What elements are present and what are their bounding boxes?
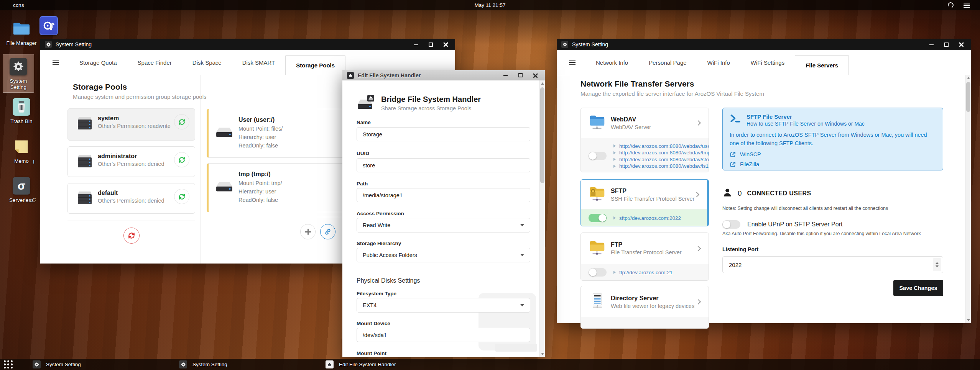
tab-wifi-settings[interactable]: WiFi Settings <box>740 50 795 75</box>
add-fsh-button[interactable] <box>300 224 316 239</box>
filesystem-type-select[interactable]: EXT4 <box>357 298 530 313</box>
webdav-link[interactable]: http://dev.arozos.com:8080/webdav/tmp <box>619 150 709 156</box>
listening-port-label: Listening Port <box>722 246 943 252</box>
close-button[interactable] <box>443 42 448 47</box>
desktop-icon-system-setting[interactable]: System Setting <box>3 54 34 93</box>
reload-pools-button[interactable] <box>123 228 140 244</box>
server-rack-icon <box>76 154 94 170</box>
upnp-label: Enable UPnP on SFTP Server Port <box>747 221 842 228</box>
access-permission-select[interactable]: Read Write <box>357 218 530 232</box>
maximize-button[interactable] <box>428 42 433 47</box>
triangle-bullet-icon <box>613 165 616 168</box>
plus-icon <box>305 229 311 235</box>
uuid-input[interactable] <box>357 158 530 172</box>
desktop-icon-trash-bin[interactable]: Trash Bin <box>3 98 40 124</box>
task-system-setting-1[interactable]: System Setting <box>33 360 159 368</box>
triangle-bullet-icon <box>613 271 616 274</box>
pool-card-administrator[interactable]: administrator Other's Permission: denied <box>67 146 195 177</box>
scroll-down-arrow[interactable] <box>539 351 545 357</box>
save-changes-button[interactable]: Save Changes <box>893 280 943 296</box>
gear-icon <box>561 41 568 48</box>
page-title: Network File Transfer Servers <box>580 79 764 88</box>
tab-storage-quota[interactable]: Storage Quota <box>69 50 127 75</box>
minimize-button[interactable] <box>503 73 508 78</box>
webdav-link[interactable]: http://dev.arozos.com:8080/webdav/is1 <box>619 163 709 169</box>
scroll-up-arrow[interactable] <box>965 75 971 81</box>
menu-hamburger-icon[interactable] <box>569 60 576 65</box>
window-titlebar[interactable]: System Setting <box>40 39 455 50</box>
maximize-button[interactable] <box>518 73 523 78</box>
task-system-setting-2[interactable]: System Setting <box>179 360 306 368</box>
desktop-icon-music[interactable] <box>35 17 62 34</box>
pool-sync-button[interactable] <box>174 152 189 167</box>
window-titlebar[interactable]: System Setting <box>557 39 971 50</box>
help-subtitle: How to use SFTP File Server on Windows o… <box>747 121 865 127</box>
upnp-description: Aka Auto Port Forwarding. Disable this o… <box>722 231 943 236</box>
close-button[interactable] <box>959 42 964 47</box>
mount-device-input[interactable] <box>357 328 530 342</box>
section-physical-disks: Physical Disks Settings <box>357 277 420 284</box>
mount-name: tmp (tmp:/) <box>238 171 282 178</box>
window-title: Edit File System Handler <box>358 72 421 79</box>
settings-note: Notes: Setting change will disconnect al… <box>722 206 943 211</box>
field-label-mount-point: Mount Point <box>357 350 386 356</box>
webdav-link[interactable]: http://dev.arozos.com:8080/webdav/store <box>619 157 709 162</box>
folder-icon <box>12 20 31 38</box>
tab-network-info[interactable]: Network Info <box>585 50 638 75</box>
sftp-card-header[interactable]: SFTP SSH File Transfer Protocol Server <box>581 180 707 210</box>
ftp-toggle[interactable] <box>589 268 607 277</box>
desktop-icon-file-manager[interactable]: File Manager <box>3 20 40 46</box>
minimize-button[interactable] <box>929 42 934 47</box>
spinner-up-icon <box>936 262 939 264</box>
directory-card-header[interactable]: Directory Server Web file viewer for leg… <box>581 286 709 318</box>
scroll-thumb[interactable] <box>540 87 544 183</box>
tab-file-servers[interactable]: File Servers <box>795 55 849 75</box>
sftp-link[interactable]: sftp://dev.arozos.com:2022 <box>619 215 681 221</box>
task-edit-fsh[interactable]: Edit File System Handler <box>326 360 452 368</box>
desktop-icon-label: Memo <box>4 158 39 164</box>
maximize-button[interactable] <box>944 42 949 47</box>
ftp-card-header[interactable]: FTP File Transfer Protocol Server <box>581 233 709 264</box>
webdav-toggle[interactable] <box>589 152 607 160</box>
serverless-sigma-icon: σ <box>12 177 31 195</box>
scroll-up-arrow[interactable] <box>539 80 545 87</box>
webdav-card-header[interactable]: WebDAV WebDAV Server <box>581 108 709 138</box>
storage-hierarchy-select[interactable]: Public Access Folders <box>357 248 530 262</box>
tab-personal-page[interactable]: Personal Page <box>638 50 697 75</box>
listening-port-input[interactable] <box>722 256 943 273</box>
pool-card-system[interactable]: system Other's Permission: readwrite <box>67 108 195 141</box>
minimize-button[interactable] <box>413 42 418 47</box>
tab-disk-smart[interactable]: Disk SMART <box>232 50 286 75</box>
ftp-link[interactable]: ftp://dev.arozos.com:21 <box>619 270 673 275</box>
tab-disk-space[interactable]: Disk Space <box>182 50 232 75</box>
tab-wifi-info[interactable]: WiFi Info <box>697 50 740 75</box>
tab-space-finder[interactable]: Space Finder <box>127 50 182 75</box>
tab-storage-pools[interactable]: Storage Pools <box>285 55 345 75</box>
upnp-toggle[interactable] <box>722 220 740 229</box>
pool-name: default <box>98 190 164 196</box>
menu-hamburger-icon[interactable] <box>53 60 59 65</box>
bridge-fsh-button[interactable] <box>320 224 335 239</box>
number-spinner[interactable] <box>933 258 941 271</box>
path-input[interactable] <box>357 188 530 202</box>
app-launcher-icon[interactable] <box>4 360 13 369</box>
external-link-icon <box>730 151 736 158</box>
scroll-thumb[interactable] <box>966 82 970 112</box>
close-button[interactable] <box>533 73 538 78</box>
client-link-winscp[interactable]: WinSCP <box>730 151 936 158</box>
desktop-icon-serverless[interactable]: σ Serverless <box>3 177 40 203</box>
tab-bar: Network Info Personal Page WiFi Info WiF… <box>557 50 971 75</box>
pool-sync-button[interactable] <box>174 114 189 129</box>
scrollbar[interactable] <box>965 75 971 323</box>
client-link-filezilla[interactable]: FileZilla <box>730 161 936 168</box>
scrollbar[interactable] <box>539 80 545 357</box>
window-titlebar[interactable]: Edit File System Handler <box>342 70 545 80</box>
webdav-link[interactable]: http://dev.arozos.com:8080/webdav/user <box>619 143 709 149</box>
scroll-down-arrow[interactable] <box>965 317 971 323</box>
desktop-icon-memo[interactable]: Memo <box>3 138 40 164</box>
pool-card-default[interactable]: default Other's Permission: denied <box>67 183 195 214</box>
pool-sync-button[interactable] <box>174 189 189 204</box>
sftp-toggle[interactable] <box>589 214 607 222</box>
chevron-right-icon <box>696 246 701 251</box>
name-input[interactable] <box>357 127 530 141</box>
